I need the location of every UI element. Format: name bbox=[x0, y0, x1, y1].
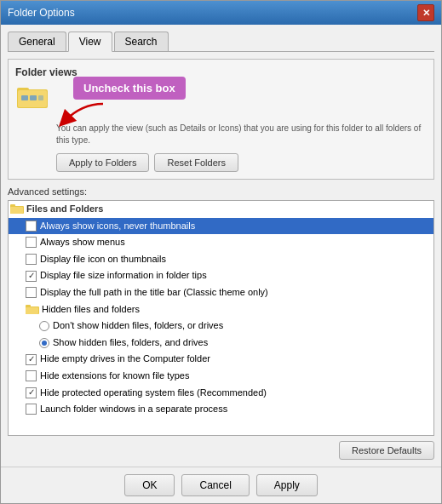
apply-button[interactable]: Apply bbox=[256, 474, 318, 496]
checkbox-hide-extensions[interactable] bbox=[26, 370, 37, 381]
tab-search[interactable]: Search bbox=[114, 32, 169, 51]
window-content: General View Search Folder views bbox=[1, 25, 441, 467]
svg-rect-3 bbox=[21, 95, 28, 100]
cancel-button[interactable]: Cancel bbox=[181, 474, 249, 496]
radio-show-hidden[interactable] bbox=[39, 338, 49, 348]
tab-view[interactable]: View bbox=[68, 32, 112, 52]
advanced-label: Advanced settings: bbox=[8, 186, 434, 197]
svg-rect-11 bbox=[26, 307, 38, 314]
advanced-settings-list[interactable]: Files and Folders Always show icons, nev… bbox=[8, 200, 434, 436]
group-files-and-folders-label: Files and Folders bbox=[26, 202, 103, 217]
label-always-show-icons: Always show icons, never thumbnails bbox=[40, 219, 195, 234]
list-item-always-show-icons[interactable]: Always show icons, never thumbnails bbox=[9, 218, 433, 235]
list-item-launch-folder-windows[interactable]: Launch folder windows in a separate proc… bbox=[9, 401, 433, 418]
checkbox-hide-empty-drives[interactable]: ✓ bbox=[26, 354, 37, 365]
list-item-dont-show-hidden[interactable]: Don't show hidden files, folders, or dri… bbox=[9, 318, 433, 335]
group-hidden-files-label: Hidden files and folders bbox=[42, 302, 140, 318]
folder-svg bbox=[17, 84, 48, 110]
checkbox-launch-folder-windows[interactable] bbox=[26, 404, 37, 415]
label-show-hidden: Show hidden files, folders, and drives bbox=[53, 335, 208, 351]
folder-description: You can apply the view (such as Details … bbox=[56, 123, 427, 146]
checkbox-file-icon-thumbnails[interactable] bbox=[26, 254, 37, 265]
label-file-icon-thumbnails: Display file icon on thumbnails bbox=[40, 252, 166, 267]
folder-hidden-icon bbox=[26, 304, 39, 315]
checkbox-always-show-menus[interactable] bbox=[26, 237, 37, 248]
callout-box: Uncheck this box bbox=[73, 77, 186, 100]
list-item-always-show-menus[interactable]: Always show menus bbox=[9, 234, 433, 251]
checkbox-hide-protected-os[interactable]: ✓ bbox=[26, 387, 37, 398]
tab-general[interactable]: General bbox=[8, 32, 66, 51]
tab-bar: General View Search bbox=[8, 32, 434, 52]
label-full-path: Display the full path in the title bar (… bbox=[40, 285, 268, 301]
label-file-size-info: Display file size information in folder … bbox=[40, 268, 207, 284]
list-item-hide-protected-os[interactable]: ✓ Hide protected operating system files … bbox=[9, 385, 433, 402]
label-hide-protected-os: Hide protected operating system files (R… bbox=[40, 386, 267, 401]
svg-rect-8 bbox=[10, 207, 23, 214]
label-launch-folder-windows: Launch folder windows in a separate proc… bbox=[40, 402, 227, 417]
list-item-hide-extensions[interactable]: Hide extensions for known file types bbox=[9, 368, 433, 385]
group-files-and-folders: Files and Folders bbox=[9, 201, 433, 218]
restore-defaults-button[interactable]: Restore Defaults bbox=[339, 441, 434, 460]
checkbox-always-show-icons[interactable] bbox=[26, 220, 37, 232]
folder-options-window: Folder Options ✕ General View Search Fol… bbox=[0, 0, 442, 504]
folder-icon bbox=[15, 83, 49, 111]
label-hide-empty-drives: Hide empty drives in the Computer folder bbox=[40, 352, 210, 367]
advanced-settings-section: Advanced settings: Files and Folders Alw… bbox=[8, 186, 434, 460]
folder-views-content: Uncheck this box bbox=[15, 83, 427, 172]
folder-group-icon bbox=[10, 203, 24, 215]
radio-dont-show-hidden[interactable] bbox=[39, 321, 49, 331]
list-item-file-size-info[interactable]: ✓ Display file size information in folde… bbox=[9, 267, 433, 284]
svg-rect-5 bbox=[38, 95, 43, 100]
list-item-full-path[interactable]: Display the full path in the title bar (… bbox=[9, 284, 433, 301]
restore-defaults-row: Restore Defaults bbox=[8, 441, 434, 460]
ok-button[interactable]: OK bbox=[124, 474, 175, 496]
checkbox-full-path[interactable] bbox=[26, 287, 37, 298]
reset-folders-button[interactable]: Reset Folders bbox=[154, 153, 238, 172]
folder-buttons: Apply to Folders Reset Folders bbox=[56, 153, 427, 172]
list-item-file-icon-thumbnails[interactable]: Display file icon on thumbnails bbox=[9, 251, 433, 268]
callout-arrow-area bbox=[56, 102, 107, 128]
svg-rect-4 bbox=[30, 95, 37, 100]
label-hide-extensions: Hide extensions for known file types bbox=[40, 369, 189, 384]
apply-to-folders-button[interactable]: Apply to Folders bbox=[56, 153, 149, 172]
group-hidden-files: Hidden files and folders bbox=[9, 301, 433, 318]
folder-text-area: Uncheck this box bbox=[56, 83, 427, 172]
bottom-bar: OK Cancel Apply bbox=[1, 467, 441, 503]
callout-wrapper: Uncheck this box bbox=[56, 83, 427, 107]
list-item-hide-empty-drives[interactable]: ✓ Hide empty drives in the Computer fold… bbox=[9, 351, 433, 368]
title-bar: Folder Options ✕ bbox=[1, 1, 441, 25]
window-title: Folder Options bbox=[8, 7, 75, 19]
close-button[interactable]: ✕ bbox=[417, 4, 434, 21]
folder-views-section: Folder views bbox=[8, 59, 434, 180]
callout-arrow-svg bbox=[56, 102, 107, 128]
checkbox-file-size-info[interactable]: ✓ bbox=[26, 271, 37, 282]
list-item-show-hidden[interactable]: Show hidden files, folders, and drives bbox=[9, 335, 433, 352]
label-always-show-menus: Always show menus bbox=[40, 235, 125, 250]
label-dont-show-hidden: Don't show hidden files, folders, or dri… bbox=[53, 318, 223, 334]
